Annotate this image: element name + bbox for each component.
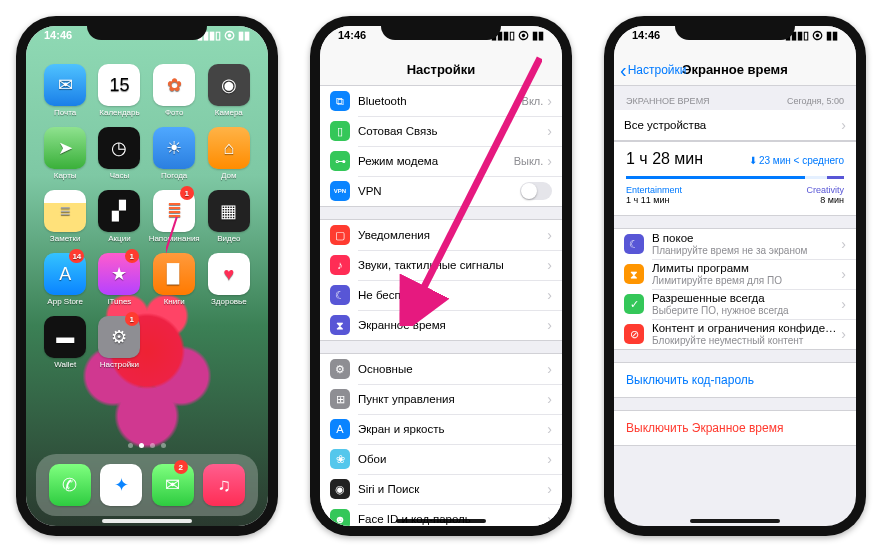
chevron-icon: › (841, 326, 846, 342)
messages-app[interactable]: ✉2 (152, 464, 194, 506)
app-Акции[interactable]: ▞Акции (94, 190, 144, 243)
row-icon: ⊞ (330, 389, 350, 409)
dock: ✆✦✉2♫ (36, 454, 258, 516)
all-devices-row[interactable]: Все устройства › (614, 110, 856, 140)
settings-list[interactable]: ⧉ BluetoothВкл.›▯ Сотовая Связь›⊶ Режим … (320, 86, 562, 526)
usage-card[interactable]: 1 ч 28 мин ⬇ 23 мин < среднего Entertain… (614, 141, 856, 216)
chevron-icon: › (841, 117, 846, 133)
app-icon: 15 (98, 64, 140, 106)
row-label: Все устройства (624, 119, 841, 131)
row-title: Лимиты программ (652, 262, 841, 274)
down-arrow-icon: ⬇ (749, 155, 757, 166)
app-Камера[interactable]: ◉Камера (204, 64, 254, 117)
app-icon: ▞ (98, 190, 140, 232)
screentime-option[interactable]: ⧗ Лимиты программ Лимитируйте время для … (614, 259, 856, 289)
phone-app[interactable]: ✆ (49, 464, 91, 506)
app-label: Дом (221, 171, 236, 180)
screentime-option[interactable]: ⊘ Контент и ограничения конфиде… Блокиру… (614, 319, 856, 349)
app-Фото[interactable]: ✿Фото (149, 64, 200, 117)
screentime-option[interactable]: ☾ В покое Планируйте время не за экраном… (614, 229, 856, 259)
app-Карты[interactable]: ➤Карты (40, 127, 90, 180)
app-icon: ▉ (153, 253, 195, 295)
disable-passcode-link[interactable]: Выключить код-пароль (614, 363, 856, 397)
row-subtitle: Выберите ПО, нужное всегда (652, 305, 841, 316)
row-label: Сотовая Связь (358, 125, 547, 137)
disable-screentime-link[interactable]: Выключить Экранное время (614, 411, 856, 445)
badge: 1 (125, 312, 139, 326)
row-label: Режим модема (358, 155, 514, 167)
settings-row[interactable]: ☾ Не беспокоить› (320, 280, 562, 310)
usage-bar (626, 176, 844, 179)
row-icon: ⧉ (330, 91, 350, 111)
status-time: 14:46 (338, 29, 366, 42)
app-App Store[interactable]: A14App Store (40, 253, 90, 306)
app-Здоровье[interactable]: ♥Здоровье (204, 253, 254, 306)
settings-row[interactable]: ⚙ Основные› (320, 354, 562, 384)
safari-app[interactable]: ✦ (100, 464, 142, 506)
app-icon: ✿ (153, 64, 195, 106)
app-Заметки[interactable]: ≡Заметки (40, 190, 90, 243)
app-label: Календарь (99, 108, 139, 117)
row-icon: VPN (330, 181, 350, 201)
settings-row[interactable]: ⊶ Режим модемаВыкл.› (320, 146, 562, 176)
app-Книги[interactable]: ▉Книги (149, 253, 200, 306)
app-Часы[interactable]: ◷Часы (94, 127, 144, 180)
settings-row[interactable]: ❀ Обои› (320, 444, 562, 474)
usage-diff: ⬇ 23 мин < среднего (749, 155, 844, 166)
settings-row[interactable]: VPN VPN (320, 176, 562, 206)
settings-row[interactable]: ▢ Уведомления› (320, 220, 562, 250)
section-header: ЭКРАННОЕ ВРЕМЯ Сегодня, 5:00 (614, 86, 856, 110)
app-Wallet[interactable]: ▬Wallet (40, 316, 90, 369)
battery-icon: ▮▮ (532, 29, 544, 42)
app-Настройки[interactable]: ⚙1Настройки (94, 316, 144, 369)
music-app[interactable]: ♫ (203, 464, 245, 506)
chevron-icon: › (547, 123, 552, 139)
app-iTunes[interactable]: ★1iTunes (94, 253, 144, 306)
badge: 1 (180, 186, 194, 200)
category-time: 1 ч 11 мин (626, 195, 682, 205)
app-Календарь[interactable]: 15Календарь (94, 64, 144, 117)
app-icon: ☀ (153, 127, 195, 169)
row-title: Контент и ограничения конфиде… (652, 322, 841, 334)
badge: 2 (174, 460, 188, 474)
app-Почта[interactable]: ✉Почта (40, 64, 90, 117)
row-label: Звуки, тактильные сигналы (358, 259, 547, 271)
row-label: Обои (358, 453, 547, 465)
screentime-list[interactable]: ЭКРАННОЕ ВРЕМЯ Сегодня, 5:00 Все устройс… (614, 86, 856, 526)
screentime-option[interactable]: ✓ Разрешенные всегда Выберите ПО, нужное… (614, 289, 856, 319)
status-time: 14:46 (632, 29, 660, 42)
chevron-icon: › (547, 93, 552, 109)
app-Напоминания[interactable]: ≣1Напоминания (149, 190, 200, 243)
settings-row[interactable]: ◉ Siri и Поиск› (320, 474, 562, 504)
app-Погода[interactable]: ☀Погода (149, 127, 200, 180)
battery-icon: ▮▮ (238, 29, 250, 42)
app-icon: ⌂ (208, 127, 250, 169)
settings-row[interactable]: ⧗ Экранное время› (320, 310, 562, 340)
notch (381, 16, 501, 40)
app-icon: ◉ (208, 64, 250, 106)
app-label: Погода (161, 171, 187, 180)
phone-screentime: 14:46 ▮▮▮▯ ⦿ ▮▮ Настройки Экранное время… (604, 16, 866, 536)
chevron-icon: › (547, 481, 552, 497)
settings-row[interactable]: ▯ Сотовая Связь› (320, 116, 562, 146)
settings-row[interactable]: ⧉ BluetoothВкл.› (320, 86, 562, 116)
badge: 1 (125, 249, 139, 263)
app-icon: ≡ (44, 190, 86, 232)
row-icon: ⧗ (624, 264, 644, 284)
settings-row[interactable]: ⊞ Пункт управления› (320, 384, 562, 414)
app-Видео[interactable]: ▦Видео (204, 190, 254, 243)
home-indicator (102, 519, 192, 523)
settings-row[interactable]: ♪ Звуки, тактильные сигналы› (320, 250, 562, 280)
app-icon: ✉ (44, 64, 86, 106)
nav-title: Настройки (407, 62, 476, 77)
chevron-icon: › (547, 227, 552, 243)
app-label: App Store (47, 297, 83, 306)
app-label: Заметки (50, 234, 81, 243)
row-value: Вкл. (522, 95, 544, 107)
chevron-icon: › (547, 287, 552, 303)
back-button[interactable]: Настройки (620, 63, 687, 77)
toggle[interactable] (520, 182, 552, 200)
row-label: Siri и Поиск (358, 483, 547, 495)
app-Дом[interactable]: ⌂Дом (204, 127, 254, 180)
settings-row[interactable]: A Экран и яркость› (320, 414, 562, 444)
